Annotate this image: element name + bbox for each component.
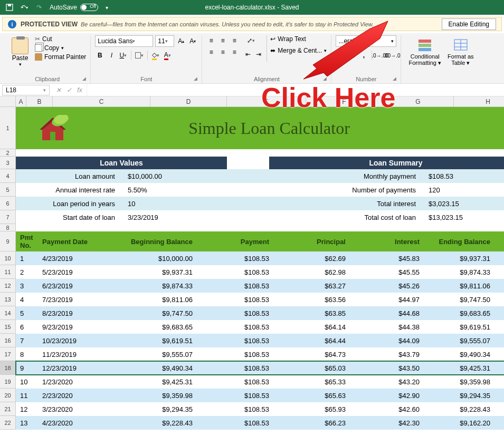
copy-button[interactable]: Copy▾ <box>35 44 86 52</box>
loan-value-label: Annual interest rate <box>16 186 121 194</box>
row-header[interactable]: 17 <box>0 347 16 361</box>
row-header[interactable]: 19 <box>0 375 16 389</box>
table-row[interactable]: 123/23/2020$9,294.35$108.53$65.93$42.60$… <box>16 402 504 416</box>
number-format-select[interactable]: ...eral▾ <box>336 35 396 47</box>
increase-font-button[interactable]: A▴ <box>176 36 186 46</box>
loan-value-cell[interactable]: $10,000.00 <box>121 172 227 180</box>
table-row[interactable]: 69/23/2019$9,683.65$108.53$64.14$44.38$9… <box>16 320 504 334</box>
number-group-label: Number <box>356 76 376 82</box>
cut-button[interactable]: ✂Cut <box>35 35 86 43</box>
row-header[interactable]: 1 <box>0 107 16 149</box>
align-left-button[interactable]: ≡ <box>206 47 216 57</box>
format-as-table-button[interactable]: Format asTable ▾ <box>444 35 477 69</box>
increase-indent-button[interactable]: ⇥ <box>254 49 263 60</box>
percent-format-button[interactable]: % <box>347 50 357 61</box>
decrease-indent-button[interactable]: ⇤ <box>243 49 253 60</box>
row-header[interactable]: 15 <box>0 320 16 334</box>
number-dialog-icon[interactable]: ◢ <box>393 76 396 81</box>
decrease-font-button[interactable]: A▾ <box>188 36 197 46</box>
table-row[interactable]: 47/23/2019$9,811.06$108.53$63.56$44.97$9… <box>16 293 504 306</box>
row-header[interactable]: 16 <box>0 334 16 347</box>
save-icon[interactable] <box>4 2 15 13</box>
table-row[interactable]: 134/23/2020$9,228.43$108.53$66.23$42.30$… <box>16 416 504 430</box>
insert-function-button[interactable]: fx <box>75 86 84 94</box>
align-middle-button[interactable]: ≡ <box>218 35 227 46</box>
font-dialog-icon[interactable]: ◢ <box>194 76 197 81</box>
column-header[interactable]: E <box>227 96 306 107</box>
format-painter-button[interactable]: Format Painter <box>35 53 86 61</box>
undo-button[interactable]: ↶▾ <box>19 2 30 13</box>
align-bottom-button[interactable]: ≡ <box>230 35 239 46</box>
row-header[interactable]: 5 <box>0 183 16 197</box>
spreadsheet-grid[interactable]: 12345678910111213141516171819202122 ABCD… <box>0 96 504 430</box>
loan-value-cell[interactable]: 10 <box>121 200 227 208</box>
column-header[interactable]: G <box>383 96 454 107</box>
table-row[interactable]: 36/23/2019$9,874.33$108.53$63.27$45.26$9… <box>16 279 504 293</box>
row-header[interactable]: 22 <box>0 416 16 430</box>
row-header[interactable]: 18 <box>0 361 16 375</box>
table-row[interactable]: 14/23/2019$10,000.00$108.53$62.69$45.83$… <box>16 251 504 265</box>
enter-formula-button[interactable]: ✓ <box>64 86 74 94</box>
autosave-toggle[interactable]: Off <box>80 4 98 11</box>
align-top-button[interactable]: ≡ <box>206 35 216 46</box>
align-center-button[interactable]: ≡ <box>218 47 227 57</box>
column-header[interactable]: D <box>150 96 227 107</box>
column-header[interactable]: H <box>454 96 504 107</box>
bold-button[interactable]: B <box>95 50 104 61</box>
decrease-decimal-button[interactable]: .00→.0 <box>387 50 396 61</box>
autosave-label: AutoSave <box>50 4 77 11</box>
merge-center-button[interactable]: ⬌Merge & Cent...▾ <box>270 47 327 54</box>
row-header[interactable]: 13 <box>0 293 16 306</box>
italic-button[interactable]: I <box>107 50 116 61</box>
loan-value-cell[interactable]: 5.50% <box>121 186 227 194</box>
row-header[interactable]: 4 <box>0 169 16 183</box>
orientation-button[interactable]: ⤢ <box>243 35 258 46</box>
name-box[interactable]: L18▾ <box>2 85 50 95</box>
row-header[interactable]: 10 <box>0 251 16 265</box>
row-header[interactable]: 9 <box>0 231 16 251</box>
row-header[interactable]: 12 <box>0 279 16 293</box>
comma-format-button[interactable]: , <box>359 50 368 61</box>
row-header[interactable]: 8 <box>0 224 16 231</box>
alignment-dialog-icon[interactable]: ◢ <box>323 76 327 81</box>
table-row[interactable]: 101/23/2020$9,425.31$108.53$65.33$43.20$… <box>16 375 504 389</box>
sheet-title: Simple Loan Calculator <box>188 119 350 138</box>
font-color-button[interactable]: A <box>163 50 172 61</box>
font-name-select[interactable]: Lucida Sans <box>95 35 153 47</box>
table-row[interactable]: 112/23/2020$9,359.98$108.53$65.63$42.90$… <box>16 389 504 402</box>
underline-button[interactable]: U <box>118 50 128 61</box>
column-header[interactable]: B <box>26 96 53 107</box>
row-header[interactable]: 7 <box>0 210 16 224</box>
enable-editing-button[interactable]: Enable Editing <box>442 18 496 30</box>
formula-input[interactable] <box>87 84 504 96</box>
borders-button[interactable] <box>135 50 144 61</box>
ribbon: Paste▾ ✂Cut Copy▾ Format Painter Clipboa… <box>0 33 504 84</box>
paste-button[interactable]: Paste▾ <box>8 35 32 69</box>
align-right-button[interactable]: ≡ <box>230 47 239 57</box>
row-header[interactable]: 14 <box>0 306 16 320</box>
loan-value-cell[interactable]: 3/23/2019 <box>121 214 227 221</box>
row-header[interactable]: 21 <box>0 402 16 416</box>
clipboard-dialog-icon[interactable]: ◢ <box>82 76 86 81</box>
column-header[interactable]: F <box>306 96 383 107</box>
accounting-format-button[interactable]: $ <box>336 50 345 61</box>
redo-button[interactable]: ↷ <box>34 2 44 13</box>
table-row[interactable]: 811/23/2019$9,555.07$108.53$64.73$43.79$… <box>16 347 504 361</box>
table-row[interactable]: 58/23/2019$9,747.50$108.53$63.85$44.68$9… <box>16 306 504 320</box>
fill-color-button[interactable]: ◇ <box>151 50 160 61</box>
wrap-text-button[interactable]: ↩Wrap Text <box>270 35 327 43</box>
table-row[interactable]: 25/23/2019$9,937.31$108.53$62.98$45.55$9… <box>16 265 504 279</box>
row-header[interactable]: 3 <box>0 157 16 169</box>
cancel-formula-button[interactable]: ✕ <box>54 86 63 94</box>
column-header[interactable]: C <box>53 96 150 107</box>
table-row[interactable]: 710/23/2019$9,619.51$108.53$64.44$44.09$… <box>16 334 504 347</box>
column-header[interactable]: A <box>16 96 26 107</box>
row-header[interactable]: 6 <box>0 197 16 210</box>
font-size-select[interactable]: 11 <box>155 35 174 47</box>
row-header[interactable]: 11 <box>0 265 16 279</box>
row-header[interactable]: 2 <box>0 149 16 157</box>
conditional-formatting-button[interactable]: ConditionalFormatting ▾ <box>405 35 444 69</box>
clipboard-group-label: Clipboard <box>35 76 60 82</box>
row-header[interactable]: 20 <box>0 389 16 402</box>
table-row[interactable]: 912/23/2019$9,490.34$108.53$65.03$43.50$… <box>16 361 504 375</box>
